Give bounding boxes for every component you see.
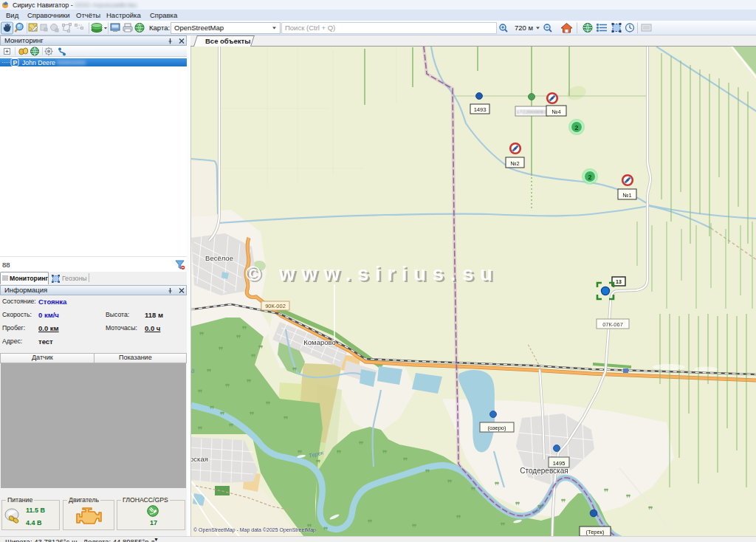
svg-text:(озеро): (озеро) [488,425,506,431]
svg-text:й: й [191,368,195,374]
svg-text:90К-002: 90К-002 [265,303,286,309]
svg-text:P: P [13,59,18,66]
svg-text:13: 13 [616,279,622,284]
svg-text:№4: №4 [551,109,560,115]
svg-text:2: 2 [574,124,578,131]
svg-text:Весёлое: Весёлое [205,254,233,262]
svg-text:рская: рская [191,455,208,463]
svg-text:1495: 1495 [553,460,566,467]
svg-text:720 м: 720 м [515,24,533,32]
svg-text:OpenStreetMap: OpenStreetMap [174,24,224,32]
svg-text:© OpenStreetMap - Map data ©20: © OpenStreetMap - Map data ©2025 OpenStr… [193,527,316,533]
svg-text:07К-067: 07К-067 [602,321,623,328]
svg-text:№1: №1 [622,192,631,199]
svg-text:(Терек): (Терек) [586,529,605,535]
svg-text:© www.sirius.su: © www.sirius.su [246,262,499,285]
svg-text:1493: 1493 [474,106,487,113]
svg-text:2: 2 [588,174,591,181]
svg-text:Стодеревская: Стодеревская [520,467,568,475]
svg-text:1722000061: 1722000061 [516,109,547,115]
svg-text:Карта:: Карта: [149,24,170,32]
svg-text:Комарово: Комарово [303,338,335,346]
svg-text:Поиск (Ctrl + Q): Поиск (Ctrl + Q) [285,24,335,32]
svg-text:№2: №2 [510,160,519,167]
